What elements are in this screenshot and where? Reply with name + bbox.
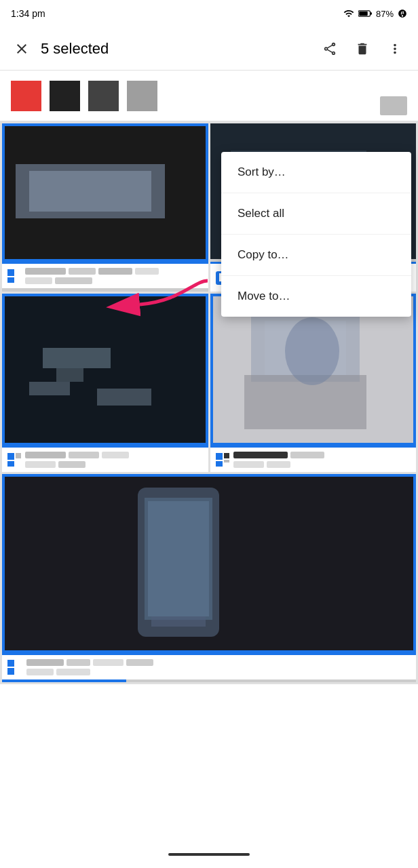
photo-thumb-1 <box>2 123 208 259</box>
status-bar: 1:34 pm 87% <box>0 0 418 27</box>
svg-rect-1 <box>359 12 368 16</box>
svg-rect-5 <box>29 171 151 212</box>
photo-thumb-3 <box>2 294 208 443</box>
photo-grid-area: Sort by… Select all Copy to… Move to… <box>0 71 418 868</box>
svg-rect-29 <box>216 453 223 460</box>
svg-rect-37 <box>151 616 206 627</box>
file-icon-1 <box>7 269 21 283</box>
photo-item-4[interactable] <box>210 294 417 472</box>
share-button[interactable] <box>315 34 345 64</box>
info-blocks-4 <box>233 452 411 468</box>
nav-pill <box>168 853 250 856</box>
svg-rect-22 <box>7 461 14 467</box>
signal-icon <box>343 8 354 19</box>
top-actions <box>315 34 410 64</box>
dropdown-menu: Sort by… Select all Copy to… Move to… <box>221 152 411 317</box>
top-strip <box>0 71 418 121</box>
color-swatch-red <box>11 81 41 111</box>
photo-info-5 <box>2 653 416 679</box>
top-bar: 5 selected <box>0 27 418 71</box>
copy-to-menu-item[interactable]: Copy to… <box>221 235 411 276</box>
info-blocks-5 <box>26 659 411 675</box>
selected-count-label: 5 selected <box>35 40 315 58</box>
file-icon-3 <box>7 453 21 467</box>
svg-rect-19 <box>97 389 151 406</box>
file-icon-5 <box>7 660 22 675</box>
photo-thumb-5 <box>2 474 416 650</box>
more-options-button[interactable] <box>380 34 410 64</box>
svg-rect-38 <box>7 660 14 667</box>
photo-item-5[interactable] <box>2 474 416 682</box>
color-swatch-black <box>50 81 80 111</box>
battery-percent: 87% <box>376 9 394 19</box>
svg-point-28 <box>285 317 339 385</box>
svg-rect-30 <box>216 461 223 467</box>
svg-rect-6 <box>7 269 14 276</box>
delete-button[interactable] <box>347 34 377 64</box>
svg-rect-17 <box>43 348 111 368</box>
svg-rect-23 <box>16 453 21 458</box>
move-to-menu-item[interactable]: Move to… <box>221 276 411 317</box>
progress-bar <box>2 679 126 682</box>
photo-info-1 <box>2 262 208 288</box>
svg-rect-31 <box>224 453 229 458</box>
svg-rect-39 <box>7 668 14 675</box>
svg-rect-32 <box>224 460 229 462</box>
info-blocks-3 <box>25 452 203 468</box>
svg-rect-7 <box>7 277 14 283</box>
status-icons: 87% <box>343 8 407 19</box>
photo-item-3[interactable] <box>2 294 208 472</box>
photo-info-3 <box>2 446 208 472</box>
usb-icon <box>398 8 407 19</box>
close-button[interactable] <box>8 35 35 62</box>
info-blocks-1 <box>25 268 203 284</box>
svg-rect-21 <box>7 453 14 460</box>
photo-info-4 <box>210 446 417 472</box>
svg-rect-36 <box>148 501 209 616</box>
battery-icon <box>358 8 372 19</box>
svg-rect-2 <box>370 12 372 14</box>
color-swatch-lightgray <box>380 96 407 115</box>
sort-by-menu-item[interactable]: Sort by… <box>221 152 411 193</box>
file-icon-4 <box>216 453 229 467</box>
svg-rect-20 <box>56 368 83 382</box>
status-time: 1:34 pm <box>11 8 45 19</box>
photo-item-1[interactable] <box>2 123 208 292</box>
color-swatch-dark <box>88 81 119 111</box>
svg-rect-18 <box>29 382 70 395</box>
select-all-menu-item[interactable]: Select all <box>221 193 411 235</box>
color-swatch-gray <box>127 81 157 111</box>
nav-bar <box>0 841 418 868</box>
